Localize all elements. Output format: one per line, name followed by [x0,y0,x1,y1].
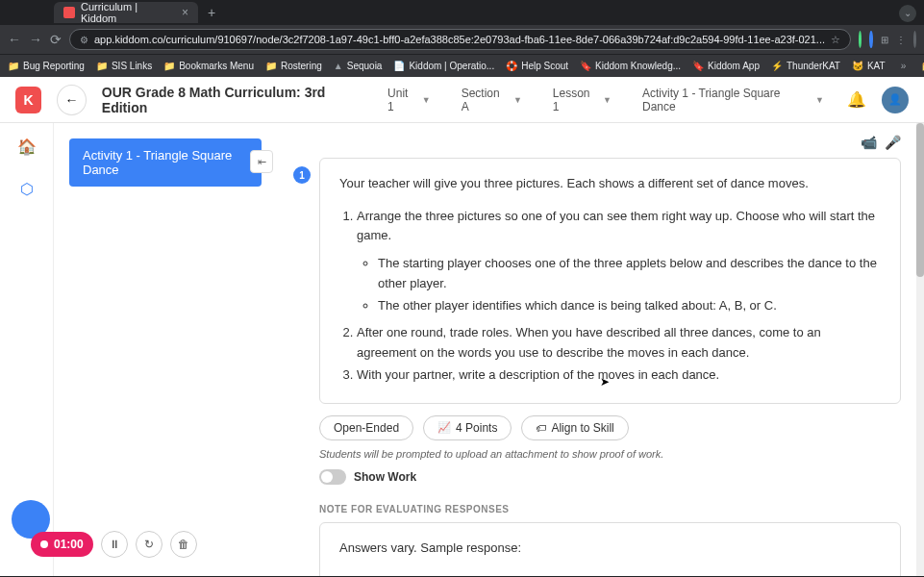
list-item: Arrange the three pictures so one of you… [357,207,881,247]
bell-icon[interactable]: 🔔 [847,90,866,109]
trending-icon: 📈 [437,421,451,434]
kebab-menu-icon[interactable]: ⋮ [896,31,906,48]
curriculum-icon[interactable]: ⬡ [15,177,38,200]
folder-icon: 📁 [265,61,277,71]
delete-button[interactable]: 🗑 [170,531,197,558]
url-bar[interactable]: ⚙ app.kiddom.co/curriculum/910697/node/3… [69,29,851,50]
activity-selector[interactable]: Activity 1 - Triangle Square Dance▼ [635,83,832,117]
chevron-down-icon[interactable]: ⌄ [899,5,916,22]
page-icon: 🔖 [692,61,704,71]
tab-title: Curriculum | Kiddom [81,1,176,24]
chevron-down-icon: ▼ [815,95,824,105]
new-tab-button[interactable]: + [202,5,221,20]
folder-icon: 📁 [96,61,108,71]
scrollbar-thumb[interactable] [916,123,924,277]
page-icon: 🔖 [580,61,591,71]
user-avatar[interactable]: 👤 [882,87,909,113]
folder-icon: 📁 [8,61,19,71]
response-intro: Answers vary. Sample response: [339,539,881,559]
browser-tab-strip: Curriculum | Kiddom × + ⌄ [0,0,924,25]
side-panel: Activity 1 - Triangle Square Dance ⇤ [54,123,262,576]
bookmark-item[interactable]: 📁SIS Links [96,61,152,71]
bookmark-item[interactable]: 📁Bookmarks Menu [163,61,254,71]
bookmark-item[interactable]: ⚡ThunderKAT [771,61,840,71]
show-work-toggle-row: Show Work [319,469,901,485]
content-scroll[interactable]: 📹 🎤 1 Your teacher will give you three p… [262,123,924,576]
extension-icon[interactable] [859,31,862,48]
bookmarks-bar: 📁Bug Reporting 📁SIS Links 📁Bookmarks Men… [0,54,924,77]
chevron-down-icon: ▼ [422,95,431,105]
list-item: With your partner, write a description o… [357,365,881,386]
chevron-down-icon: ▼ [513,95,522,105]
bookmark-item[interactable]: 📁Bug Reporting [8,61,85,71]
record-dot-icon [40,540,48,548]
collapse-panel-button[interactable]: ⇤ [250,150,273,173]
align-skill-pill[interactable]: 🏷Align to Skill [521,415,628,440]
bookmarks-overflow-icon[interactable]: » [897,61,911,71]
close-icon[interactable]: × [182,6,188,19]
bookmark-item[interactable]: 🐱KAT [852,61,886,71]
page-icon: 🐱 [852,61,863,71]
bookmark-item[interactable]: ▲Sequoia [334,61,383,71]
bookmark-item[interactable]: 📁Rostering [265,61,322,71]
lesson-selector[interactable]: Lesson 1▼ [545,83,619,117]
star-icon[interactable]: ☆ [831,34,840,46]
browser-toolbar: ← → ⟳ ⚙ app.kiddom.co/curriculum/910697/… [0,25,924,54]
restart-button[interactable]: ↻ [136,531,162,558]
list-item: After one round, trade roles. When you h… [357,323,881,364]
kiddom-logo[interactable]: K [15,87,41,113]
show-work-toggle[interactable] [319,469,346,485]
question-number-badge: 1 [293,166,311,184]
main-area: Activity 1 - Triangle Square Dance ⇤ 📹 🎤… [54,77,924,576]
url-text: app.kiddom.co/curriculum/910697/node/3c2… [94,34,825,45]
list-item: The starting player chooses one of the t… [378,254,881,294]
app-header: K ← OUR Grade 8 Math Curriculum: 3rd Edi… [0,77,924,123]
back-arrow-icon[interactable]: ← [8,32,21,47]
page-icon: 🛟 [506,61,517,71]
browser-tab[interactable]: Curriculum | Kiddom × [54,2,198,23]
unit-selector[interactable]: Unit 1▼ [380,83,438,117]
home-icon[interactable]: 🏠 [15,135,38,158]
list-item: The other player identifies which dance … [378,296,881,316]
page-title: OUR Grade 8 Math Curriculum: 3rd Edition [102,85,364,115]
forward-arrow-icon[interactable]: → [29,32,42,47]
app-body: 🏠 ⬡ Activity 1 - Triangle Square Dance ⇤… [0,77,924,576]
reload-icon[interactable]: ⟳ [50,32,62,47]
toggle-label: Show Work [354,470,416,484]
chevron-down-icon: ▼ [603,95,612,105]
extensions-menu-icon[interactable]: ⊞ [881,31,888,48]
profile-avatar[interactable] [913,31,916,48]
response-card: Answers vary. Sample response: A: Move r… [319,522,901,576]
pause-button[interactable]: ⏸ [101,531,128,558]
screen-recorder-widget: 01:00 ⏸ ↻ 🗑 [31,531,197,558]
site-settings-icon[interactable]: ⚙ [80,35,88,45]
page-icon: ▲ [334,61,343,71]
tab-favicon [63,7,75,18]
question-card: 1 Your teacher will give you three pictu… [319,158,901,404]
points-pill[interactable]: 📈4 Points [423,415,512,440]
folder-icon: 📁 [163,61,175,71]
upload-hint: Students will be prompted to upload an a… [319,448,901,460]
question-steps: Arrange the three pictures so one of you… [339,207,881,386]
extension-icon[interactable] [869,31,872,48]
activity-chip[interactable]: Activity 1 - Triangle Square Dance [69,138,262,187]
section-selector[interactable]: Section A▼ [454,83,530,117]
question-substeps: The starting player chooses one of the t… [357,254,881,315]
bookmark-item[interactable]: 🛟Help Scout [506,61,568,71]
recorder-time-pill[interactable]: 01:00 [31,532,93,557]
bookmark-item[interactable]: 🔖Kiddom App [692,61,760,71]
page-icon: ⚡ [771,61,783,71]
tag-icon: 🏷 [536,422,546,434]
question-intro: Your teacher will give you three picture… [339,174,881,193]
question-meta-row: Open-Ended 📈4 Points 🏷Align to Skill [319,415,901,440]
back-button[interactable]: ← [57,85,87,115]
microphone-icon[interactable]: 🎤 [885,135,901,150]
video-icon[interactable]: 📹 [861,135,877,150]
bookmark-item[interactable]: 📄Kiddom | Operatio... [393,61,494,71]
page-icon: 📄 [393,61,405,71]
question-type-pill[interactable]: Open-Ended [319,415,413,440]
bookmark-item[interactable]: 🔖Kiddom Knowledg... [580,61,681,71]
note-label: NOTE FOR EVALUATING RESPONSES [319,504,901,514]
